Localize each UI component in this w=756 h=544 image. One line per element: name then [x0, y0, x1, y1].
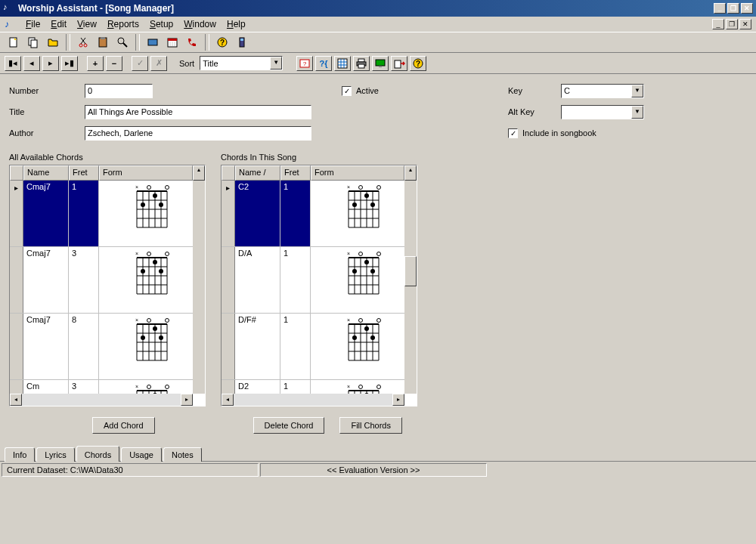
table-row[interactable]: ▸Cmaj71× — [10, 181, 205, 247]
nav-tool-2[interactable]: ?{ — [315, 56, 332, 71]
song-chords-panel: Chords In This Song Name / Fret Form ▴ ▸… — [221, 153, 417, 406]
menu-setup[interactable]: Setup — [150, 19, 173, 29]
col-form[interactable]: Form — [99, 165, 193, 181]
phone-icon[interactable] — [183, 34, 201, 51]
menu-edit[interactable]: Edit — [51, 19, 67, 29]
cancel-button[interactable]: ✗ — [150, 56, 167, 71]
mdi-close-button[interactable]: ✕ — [739, 19, 751, 29]
tab-notes[interactable]: Notes — [163, 447, 202, 462]
cell-form: × — [311, 181, 417, 246]
col-name[interactable]: Name / — [235, 165, 280, 181]
add-button[interactable]: + — [87, 56, 104, 71]
vscrollbar[interactable] — [193, 181, 205, 394]
monitor-icon[interactable] — [372, 56, 389, 71]
prev-button[interactable]: ◂ — [23, 56, 40, 71]
mdi-maximize-button[interactable]: ❐ — [726, 19, 738, 29]
last-button[interactable]: ▸▮ — [61, 56, 78, 71]
remove-button[interactable]: − — [106, 56, 122, 71]
title-input[interactable] — [85, 105, 311, 119]
scroll-right-icon[interactable]: ▸ — [181, 394, 193, 406]
export-icon[interactable] — [391, 56, 407, 71]
include-label: Include in songbook — [522, 128, 596, 138]
nav-grid-icon[interactable] — [334, 56, 351, 71]
minimize-button[interactable]: _ — [714, 3, 726, 14]
close-button[interactable]: ✕ — [741, 3, 753, 14]
device-icon[interactable] — [233, 34, 251, 51]
col-fret[interactable]: Fret — [69, 165, 99, 181]
nav-toolbar: ▮◂ ◂ ▸ ▸▮ + − ✓ ✗ Sort Title ▼ ? ?{ ? — [0, 53, 756, 74]
available-chords-panel: All Available Chords Name Fret Form ▴ ▸C… — [9, 153, 206, 406]
menu-help[interactable]: Help — [227, 19, 246, 29]
help2-icon[interactable]: ? — [410, 56, 426, 71]
svg-point-67 — [166, 252, 169, 256]
col-fret[interactable]: Fret — [280, 165, 311, 181]
menu-view[interactable]: View — [77, 19, 97, 29]
table-row[interactable]: Cmaj78× — [10, 314, 205, 380]
search-icon[interactable] — [113, 34, 132, 51]
sort-combo[interactable]: Title ▼ — [200, 56, 283, 70]
song-grid[interactable]: Name / Fret Form ▴ ▸C21×D/A1×D/F#1×D21× … — [221, 165, 417, 406]
col-name[interactable]: Name — [23, 165, 69, 181]
nav-tool-1[interactable]: ? — [296, 56, 313, 71]
maximize-button[interactable]: ❐ — [727, 3, 739, 14]
svg-point-118 — [377, 186, 381, 190]
scroll-left-icon[interactable]: ◂ — [10, 394, 22, 406]
table-row[interactable]: D/A1× — [222, 247, 417, 314]
delete-chord-button[interactable]: Delete Chord — [253, 417, 325, 434]
first-button[interactable]: ▮◂ — [5, 56, 21, 71]
available-grid[interactable]: Name Fret Form ▴ ▸Cmaj71×Cmaj73×Cmaj78×C… — [9, 165, 206, 406]
chord-buttons: Add Chord Delete Chord Fill Chords — [0, 406, 756, 444]
menu-file[interactable]: File — [26, 19, 40, 29]
mdi-minimize-button[interactable]: _ — [712, 19, 724, 29]
print-icon[interactable] — [353, 56, 370, 71]
table-row[interactable]: Cm3× — [10, 380, 205, 394]
open-icon[interactable] — [44, 34, 62, 51]
menu-reports[interactable]: Reports — [107, 19, 139, 29]
table-row[interactable]: Cmaj73× — [10, 247, 205, 314]
fill-chords-button[interactable]: Fill Chords — [339, 417, 402, 434]
active-checkbox[interactable]: ✓ — [342, 86, 352, 96]
cell-name: C2 — [235, 181, 280, 246]
copy-icon[interactable] — [24, 34, 42, 51]
chevron-down-icon[interactable]: ▼ — [631, 85, 643, 97]
chevron-down-icon[interactable]: ▼ — [631, 106, 643, 119]
col-form[interactable]: Form — [311, 165, 404, 181]
cell-form: × — [99, 380, 205, 394]
scroll-up-icon[interactable]: ▴ — [404, 165, 417, 181]
tab-info[interactable]: Info — [5, 447, 35, 462]
tab-usage[interactable]: Usage — [121, 447, 162, 462]
table-row[interactable]: ▸C21× — [222, 181, 417, 247]
tab-lyrics[interactable]: Lyrics — [36, 447, 74, 462]
help-icon[interactable]: ? — [213, 34, 231, 51]
table-row[interactable]: D/F#1× — [222, 314, 417, 380]
new-icon[interactable] — [5, 34, 23, 51]
table-row[interactable]: D21× — [222, 380, 417, 394]
scroll-right-icon[interactable]: ▸ — [392, 394, 404, 406]
menu-window[interactable]: Window — [184, 19, 216, 29]
cell-fret: 3 — [69, 247, 99, 313]
paste-icon[interactable] — [94, 34, 112, 51]
altkey-combo[interactable]: ▼ — [561, 105, 644, 119]
tool-icon-1[interactable] — [144, 34, 162, 51]
key-combo[interactable]: C ▼ — [561, 84, 644, 98]
row-marker — [222, 247, 235, 313]
cell-name: Cm — [23, 380, 69, 394]
hscrollbar[interactable]: ◂ ▸ — [10, 394, 193, 406]
include-checkbox[interactable]: ✓ — [508, 128, 518, 138]
author-input[interactable] — [85, 126, 311, 141]
vscrollbar[interactable] — [404, 181, 417, 394]
tab-chords[interactable]: Chords — [76, 446, 119, 462]
chevron-down-icon[interactable]: ▼ — [270, 57, 282, 70]
scroll-left-icon[interactable]: ◂ — [222, 394, 234, 406]
scroll-up-icon[interactable]: ▴ — [193, 165, 205, 181]
key-label: Key — [508, 86, 561, 95]
hscrollbar[interactable]: ◂ ▸ — [222, 394, 404, 406]
add-chord-button[interactable]: Add Chord — [92, 417, 155, 434]
number-input[interactable] — [85, 84, 153, 98]
sort-label: Sort — [179, 59, 194, 68]
cut-icon[interactable] — [74, 34, 92, 51]
commit-button[interactable]: ✓ — [132, 56, 148, 71]
calendar-icon[interactable] — [163, 34, 181, 51]
next-button[interactable]: ▸ — [42, 56, 59, 71]
svg-text:×: × — [135, 251, 138, 256]
